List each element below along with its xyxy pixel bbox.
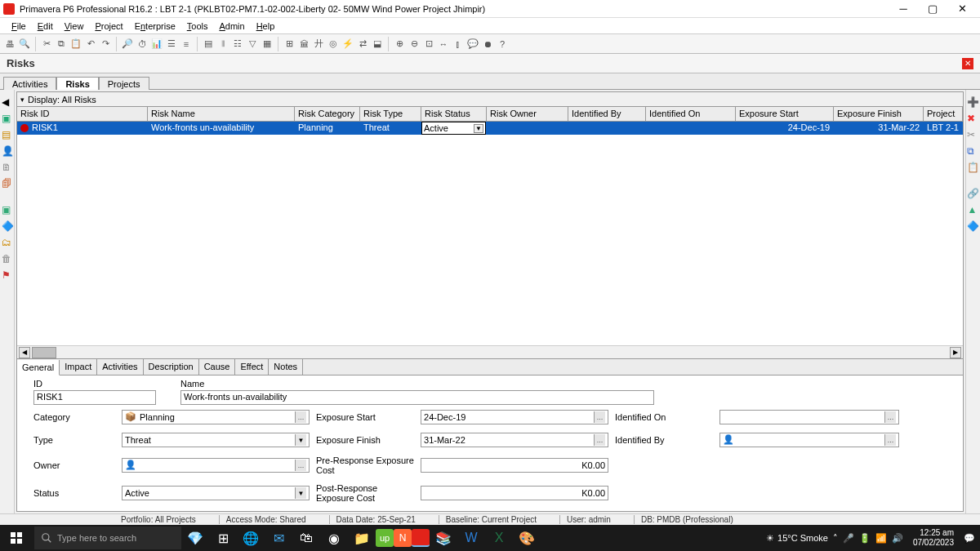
picker-icon[interactable]: … (884, 411, 896, 423)
global-icon[interactable]: ◎ (327, 38, 340, 51)
chart-icon[interactable]: 📊 (150, 38, 163, 51)
spreadsheet-icon[interactable]: ⊞ (283, 38, 296, 51)
oracle-icon[interactable] (412, 529, 430, 547)
menu-help[interactable]: Help (252, 20, 280, 33)
minimize-button[interactable]: ─ (889, 0, 918, 18)
resources-icon[interactable]: 🗂 (2, 237, 13, 248)
dtab-notes[interactable]: Notes (269, 359, 303, 375)
link-icon[interactable]: 🔗 (967, 188, 978, 199)
fld-exposure-start[interactable]: 24-Dec-19… (421, 410, 608, 424)
dtab-general[interactable]: General (17, 360, 60, 375)
mic-icon[interactable]: 🎤 (843, 533, 854, 544)
notion-icon[interactable]: N (394, 529, 412, 547)
fld-owner[interactable]: 👤… (122, 458, 310, 473)
volume-icon[interactable]: 🔊 (892, 533, 903, 544)
picker-icon[interactable]: … (295, 460, 306, 471)
docs-icon[interactable]: 🗎 (2, 162, 13, 173)
store-icon[interactable]: 🛍 (292, 525, 320, 551)
col-exposure-start[interactable]: Exposure Start (736, 107, 834, 121)
copy-icon[interactable]: ⧉ (967, 145, 978, 157)
gantt-icon[interactable]: ☰ (165, 38, 178, 51)
wifi-icon[interactable]: 📶 (875, 533, 887, 544)
misc-icon[interactable]: 🎨 (513, 525, 541, 551)
close-view-button[interactable]: ✕ (962, 58, 973, 69)
print-icon[interactable]: 🖶 (3, 38, 16, 51)
cell-risk-status[interactable]: Active ▼ Active Impacted (Closed) Manage… (421, 122, 487, 135)
col-risk-status[interactable]: Risk Status (421, 107, 487, 121)
battery-icon[interactable]: 🔋 (859, 533, 871, 544)
excel-icon[interactable]: X (485, 525, 513, 551)
clock[interactable]: 12:25 am 07/02/2023 (908, 528, 959, 548)
paste-icon[interactable]: 📋 (967, 162, 978, 173)
preview-icon[interactable]: 🔍 (18, 38, 31, 51)
activities-icon[interactable]: ▣ (2, 204, 13, 216)
fld-identified-on[interactable]: … (719, 410, 899, 424)
menu-project[interactable]: Project (90, 20, 127, 33)
dtab-effect[interactable]: Effect (235, 359, 269, 375)
risk-status-dropdown[interactable]: Active ▼ (421, 122, 486, 135)
fld-name[interactable]: Work-fronts un-availability (180, 390, 654, 405)
scroll-right-icon[interactable]: ▶ (950, 347, 961, 358)
stack-icon[interactable]: ≡ (180, 38, 193, 51)
fld-exposure-finish[interactable]: 31-Mar-22… (421, 433, 608, 447)
col-risk-owner[interactable]: Risk Owner (487, 107, 568, 121)
tree-icon[interactable]: ⼶ (312, 38, 325, 51)
dtab-description[interactable]: Description (144, 359, 199, 375)
fld-status[interactable]: Active▼ (122, 486, 310, 500)
upwork-icon[interactable]: up (376, 529, 394, 547)
picker-icon[interactable]: … (594, 434, 605, 446)
paste-icon[interactable]: 📋 (69, 38, 82, 51)
columns-icon[interactable]: ⫴ (216, 38, 229, 51)
chat-icon[interactable]: 💬 (466, 38, 479, 51)
start-button[interactable] (0, 525, 33, 551)
col-exposure-finish[interactable]: Exposure Finish (834, 107, 924, 121)
menu-edit[interactable]: Edit (33, 20, 58, 33)
chevron-up-icon[interactable]: ˄ (833, 533, 838, 544)
redo-icon[interactable]: ↷ (99, 38, 112, 51)
cut-icon[interactable]: ✂ (967, 129, 978, 140)
col-risk-id[interactable]: Risk ID (17, 107, 148, 121)
undo-icon[interactable]: ↶ (84, 38, 97, 51)
help-icon[interactable]: ? (496, 38, 509, 51)
col-project[interactable]: Project (924, 107, 963, 121)
maximize-button[interactable]: ▢ (918, 0, 947, 18)
tab-activities[interactable]: Activities (3, 77, 56, 90)
menu-tools[interactable]: Tools (182, 20, 213, 33)
dtab-impact[interactable]: Impact (60, 359, 97, 375)
display-bar[interactable]: ▾ Display: All Risks (17, 92, 963, 107)
zoom-in-icon[interactable]: ⊕ (393, 38, 406, 51)
bars-icon[interactable]: ▤ (202, 38, 215, 51)
expand-icon[interactable]: ↔ (437, 38, 450, 51)
copy-icon[interactable]: ⧉ (55, 38, 68, 51)
zoom-out-icon[interactable]: ⊖ (408, 38, 421, 51)
chevron-down-icon[interactable]: ▼ (295, 487, 306, 499)
flag-icon[interactable]: ⚑ (2, 269, 13, 281)
level-icon[interactable]: ⇄ (356, 38, 369, 51)
filter-icon[interactable]: ▽ (246, 38, 259, 51)
fld-identified-by[interactable]: 👤… (719, 433, 899, 447)
fld-type[interactable]: Threat▼ (122, 433, 310, 447)
menu-enterprise[interactable]: Enterprise (130, 20, 180, 33)
picker-icon[interactable]: … (884, 434, 896, 446)
tab-risks[interactable]: Risks (56, 77, 98, 90)
close-window-button[interactable]: ✕ (947, 0, 977, 18)
explorer-icon[interactable]: 📁 (348, 525, 376, 551)
trash-icon[interactable]: 🗑 (2, 253, 13, 264)
reports-icon[interactable]: 🗐 (2, 178, 13, 189)
delete-icon[interactable]: ✖ (967, 113, 978, 124)
col-identified-by[interactable]: Identified By (568, 107, 646, 121)
tab-projects[interactable]: Projects (99, 77, 149, 90)
grid-body[interactable]: RISK1 Work-fronts un-availability Planni… (17, 122, 963, 345)
scroll-left-icon[interactable]: ◀ (19, 347, 30, 358)
projects-icon[interactable]: ▣ (2, 113, 13, 124)
find-icon[interactable]: 🔎 (121, 38, 134, 51)
col-identified-on[interactable]: Identified On (646, 107, 736, 121)
menu-file[interactable]: File (7, 20, 31, 33)
dtab-cause[interactable]: Cause (199, 359, 236, 375)
record-icon[interactable]: ⏺ (481, 38, 494, 51)
layout-icon[interactable]: ▦ (261, 38, 274, 51)
word-icon[interactable]: W (457, 525, 485, 551)
weather-widget[interactable]: ☀ 15°C Smoke (766, 533, 828, 544)
picker-icon[interactable]: … (295, 411, 306, 423)
notification-icon[interactable]: 💬 (964, 533, 975, 544)
